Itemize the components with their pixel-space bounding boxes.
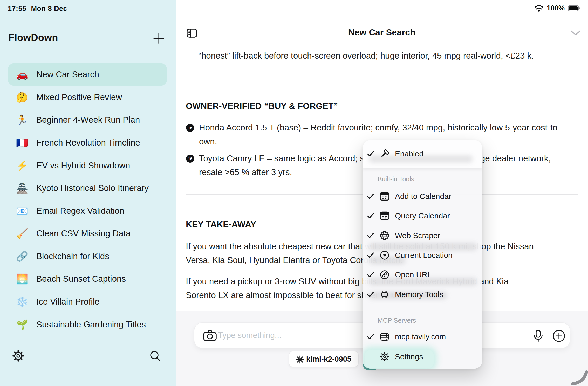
settings-button[interactable] (12, 350, 24, 362)
car-emoji-icon: 🚗 (16, 70, 28, 79)
battery-percent: 100% (547, 4, 565, 12)
status-time: 17:55 (8, 5, 26, 12)
sidebar-item-beach-sunset[interactable]: 🌅 Beach Sunset Captions (8, 267, 167, 290)
page-title: New Car Search (176, 27, 588, 37)
section-heading: KEY TAKE-AWAY (186, 219, 256, 229)
message-input[interactable] (218, 328, 358, 343)
menu-item-settings[interactable]: Settings (363, 347, 482, 366)
sidebar-item-gardening[interactable]: 🌱 Sustainable Gardening Titles (8, 313, 167, 336)
sidebar: 17:55Mon 8 Dec FlowDown 🚗 New Car Search… (0, 0, 176, 386)
status-bar-right: 100% (534, 4, 580, 12)
menu-separator (370, 168, 476, 168)
model-selector-chip[interactable]: kimi-k2-0905 (289, 351, 359, 367)
sidebar-item-kyoto[interactable]: 🏯 Kyoto Historical Solo Itinerary (8, 177, 167, 199)
gear-icon (12, 350, 24, 362)
location-icon (380, 250, 389, 260)
menu-separator (370, 309, 476, 309)
plus-icon (153, 32, 165, 45)
sidebar-item-ev-hybrid[interactable]: ⚡ EV vs Hybrid Showdown (8, 154, 167, 177)
chevron-down-icon (570, 30, 581, 36)
battery-icon (568, 5, 580, 11)
globe-icon (380, 231, 389, 240)
menu-item-mcp-tavily[interactable]: mcp.tavily.com (363, 327, 482, 346)
sidebar-item-new-car-search[interactable]: 🚗 New Car Search (8, 63, 167, 86)
search-button[interactable] (149, 350, 161, 362)
section-heading: OWNER-VERIFIED “BUY & FORGET” (186, 101, 338, 111)
asterisk-icon (296, 355, 304, 364)
checkmark-icon (367, 272, 374, 278)
tools-popup-menu: Enabled Built-in Tools Add to Calendar (363, 140, 482, 369)
broom-emoji-icon: 🧹 (16, 229, 28, 238)
collapse-chat-button[interactable] (570, 30, 581, 36)
camera-icon (203, 330, 217, 342)
calendar-icon (380, 211, 389, 220)
divider (186, 75, 578, 75)
checkmark-icon (367, 334, 374, 340)
runner-emoji-icon: 🏃 (16, 115, 28, 125)
nav-bar (176, 0, 588, 47)
list-number-badge: 16 (186, 155, 194, 163)
link-emoji-icon: 🔗 (16, 252, 28, 261)
castle-emoji-icon: 🏯 (16, 183, 28, 193)
menu-item-current-location[interactable]: Current Location (363, 246, 482, 265)
email-emoji-icon: 📧 (16, 206, 28, 216)
status-bar-left: 17:55Mon 8 Dec (8, 5, 67, 13)
sidebar-item-french-revolution[interactable]: 🇫🇷 French Revolution Timeline (8, 131, 167, 154)
loading-arc (569, 370, 588, 386)
list-number-badge: 15 (186, 124, 194, 132)
checkmark-icon (367, 151, 374, 157)
france-flag-emoji-icon: 🇫🇷 (16, 138, 28, 148)
menu-item-query-calendar[interactable]: Query Calendar (363, 206, 482, 225)
checkmark-icon (367, 252, 374, 258)
sidebar-item-blockchain[interactable]: 🔗 Blockchain for Kids (8, 245, 167, 268)
menu-section-header: Built-in Tools (378, 175, 414, 183)
camera-button[interactable] (203, 330, 217, 342)
search-icon (149, 350, 161, 362)
dictation-button[interactable] (532, 329, 545, 343)
app-title: FlowDown (8, 32, 58, 43)
list-item: Honda Accord 1.5 T (base) – Reddit favou… (199, 122, 560, 133)
wifi-icon (534, 5, 544, 12)
checkmark-icon (367, 213, 374, 219)
sidebar-item-run-plan[interactable]: 🏃 Beginner 4-Week Run Plan (8, 108, 167, 131)
status-date: Mon 8 Dec (31, 5, 67, 12)
new-chat-button[interactable] (153, 32, 165, 45)
menu-item-open-url[interactable]: Open URL (363, 265, 482, 284)
app-screen: 17:55Mon 8 Dec FlowDown 🚗 New Car Search… (0, 0, 588, 386)
server-icon (380, 332, 389, 341)
sidebar-item-clean-csv[interactable]: 🧹 Clean CSV Missing Data (8, 222, 167, 245)
menu-item-memory-tools[interactable]: Memory Tools (363, 285, 482, 304)
thinking-face-emoji-icon: 🤔 (16, 93, 28, 102)
toggle-sidebar-button[interactable] (186, 28, 198, 38)
list-item-continued: own. (199, 136, 217, 147)
calendar-plus-icon (380, 192, 389, 201)
menu-item-web-scraper[interactable]: Web Scraper (363, 226, 482, 245)
plus-circle-icon (552, 329, 565, 342)
sidebar-item-mixed-positive-review[interactable]: 🤔 Mixed Positive Review (8, 86, 167, 109)
microphone-icon (532, 329, 545, 343)
message-line: “honest” lift-back before touch-screen o… (199, 51, 534, 61)
attach-button[interactable] (552, 329, 565, 342)
lightning-emoji-icon: ⚡ (16, 161, 28, 170)
checkmark-icon (367, 194, 374, 199)
checkmark-icon (367, 292, 374, 297)
memory-chip-icon (379, 290, 390, 299)
hammer-icon (379, 149, 390, 159)
menu-section-header: MCP Servers (378, 317, 416, 324)
seedling-emoji-icon: 🌱 (16, 320, 28, 329)
menu-item-enabled[interactable]: Enabled (363, 144, 482, 163)
sidebar-item-ice-villain[interactable]: ❄️ Ice Villain Profile (8, 290, 167, 313)
checkmark-icon (367, 233, 374, 238)
snowflake-emoji-icon: ❄️ (16, 297, 28, 307)
model-name: kimi-k2-0905 (306, 355, 351, 363)
link-circle-icon (380, 270, 389, 280)
sidebar-item-email-regex[interactable]: 📧 Email Regex Validation (8, 199, 167, 222)
list-item-continued: resale >65 % after 3 yrs. (199, 167, 292, 177)
sidebar-toggle-icon (186, 28, 198, 38)
gear-icon (379, 351, 390, 362)
menu-item-add-to-calendar[interactable]: Add to Calendar (363, 187, 482, 206)
sunrise-emoji-icon: 🌅 (16, 274, 28, 284)
